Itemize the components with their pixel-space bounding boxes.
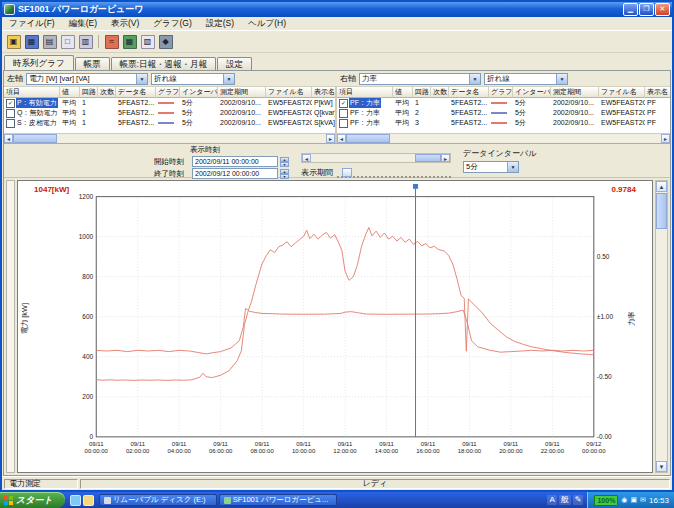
row-checkbox[interactable] xyxy=(6,119,15,128)
ime-language-bar[interactable]: A 般 ✎ xyxy=(543,495,587,505)
menu-graph[interactable]: グラフ(G) xyxy=(146,17,198,30)
dropdown-arrow-icon[interactable]: ▼ xyxy=(136,74,147,84)
row-checkbox[interactable] xyxy=(339,109,348,118)
scrollbar-track[interactable] xyxy=(57,134,326,143)
minimize-button[interactable]: ▁ xyxy=(623,3,638,16)
tab-daily-weekly-monthly[interactable]: 帳票:日報・週報・月報 xyxy=(111,57,216,70)
scroll-left-icon[interactable]: ◄ xyxy=(302,154,311,162)
scroll-left-icon[interactable]: ◄ xyxy=(337,134,346,143)
col-graph[interactable]: グラフ xyxy=(489,87,513,98)
taskbar-task-sf1001[interactable]: SF1001 パワーロガービュ... xyxy=(219,494,337,506)
col-value[interactable]: 値 xyxy=(60,87,80,98)
quick-launch-folder-icon[interactable] xyxy=(83,495,94,506)
slider-thumb[interactable] xyxy=(415,154,441,162)
save-file-button[interactable]: ▦ xyxy=(23,33,40,50)
col-display-name[interactable]: 表示名 xyxy=(645,87,670,98)
slider-thumb[interactable] xyxy=(342,168,352,177)
left-axis-select[interactable]: 電力 [W] [var] [VA] ▼ xyxy=(26,73,148,85)
col-order[interactable]: 次数 xyxy=(431,87,449,98)
right-table-hscrollbar[interactable]: ◄ ► xyxy=(337,133,670,143)
graph-settings-button[interactable]: ◆ xyxy=(157,33,174,50)
scroll-right-icon[interactable]: ► xyxy=(326,134,335,143)
open-file-button[interactable]: ▣ xyxy=(5,33,22,50)
col-data-name[interactable]: データ名 xyxy=(116,87,156,98)
col-item[interactable]: 項目 xyxy=(4,87,60,98)
col-period[interactable]: 測定期間 xyxy=(551,87,599,98)
table-row[interactable]: Q：無効電力平均15FEAST2...5分2002/09/10...EW5FEA… xyxy=(4,108,335,118)
scrollbar-track[interactable] xyxy=(390,134,661,143)
chart-vscrollbar[interactable]: ▲ ▼ xyxy=(655,180,668,473)
copy-button[interactable]: ▥ xyxy=(77,33,94,50)
scrollbar-track[interactable] xyxy=(656,230,667,461)
row-checkbox[interactable]: ✓ xyxy=(339,99,348,108)
tray-message-icon[interactable]: ✉ xyxy=(640,496,646,504)
left-table-hscrollbar[interactable]: ◄ ► xyxy=(4,133,335,143)
quick-launch-browser-icon[interactable] xyxy=(70,495,81,506)
start-button[interactable]: スタート xyxy=(0,492,65,508)
start-time-input[interactable]: 2002/09/11 00:00:00 xyxy=(192,156,278,167)
col-graph[interactable]: グラフ xyxy=(156,87,180,98)
menu-edit[interactable]: 編集(E) xyxy=(62,17,104,30)
dropdown-arrow-icon[interactable]: ▼ xyxy=(469,74,480,84)
scrollbar-thumb[interactable] xyxy=(346,134,390,143)
col-circuit[interactable]: 回路 xyxy=(413,87,431,98)
report-table-button[interactable]: ▦ xyxy=(121,33,138,50)
col-period[interactable]: 測定期間 xyxy=(218,87,266,98)
ime-input-mode[interactable]: A xyxy=(547,495,556,505)
row-checkbox[interactable] xyxy=(339,119,348,128)
col-interval[interactable]: インターバル xyxy=(513,87,551,98)
data-interval-select[interactable]: 5分 ▼ xyxy=(463,161,519,173)
start-time-spinner[interactable]: ▲ ▼ xyxy=(280,157,289,167)
taskbar-task-removable-disk[interactable]: リムーバブル ディスク (E:) xyxy=(99,494,217,506)
table-row[interactable]: PF：力率平均25FEAST2...5分2002/09/10...EW5FEAS… xyxy=(337,108,670,118)
scroll-up-icon[interactable]: ▲ xyxy=(656,181,667,192)
scroll-left-icon[interactable]: ◄ xyxy=(4,134,13,143)
dropdown-arrow-icon[interactable]: ▼ xyxy=(223,74,234,84)
tray-volume-icon[interactable]: ◉ xyxy=(621,496,627,504)
display-period-slider[interactable] xyxy=(337,168,451,178)
tab-settings[interactable]: 設定 xyxy=(217,57,252,70)
table-row[interactable]: PF：力率平均35FEAST2...5分2002/09/10...EW5FEAS… xyxy=(337,118,670,128)
col-file-name[interactable]: ファイル名 xyxy=(266,87,312,98)
dropdown-arrow-icon[interactable]: ▼ xyxy=(556,74,567,84)
col-circuit[interactable]: 回路 xyxy=(80,87,98,98)
dropdown-arrow-icon[interactable]: ▼ xyxy=(507,162,518,172)
tab-report[interactable]: 帳票 xyxy=(75,57,110,70)
slider-track[interactable] xyxy=(311,154,415,162)
col-value[interactable]: 値 xyxy=(393,87,413,98)
table-row[interactable]: ✓P：有効電力平均15FEAST2...5分2002/09/10...EW5FE… xyxy=(4,98,335,108)
close-button[interactable]: ✕ xyxy=(655,3,670,16)
tab-timeseries-graph[interactable]: 時系列グラフ xyxy=(4,55,74,70)
col-interval[interactable]: インターバル xyxy=(180,87,218,98)
print-preview-button[interactable]: □ xyxy=(59,33,76,50)
table-row[interactable]: S：皮相電力平均15FEAST2...5分2002/09/10...EW5FEA… xyxy=(4,118,335,128)
menu-settings[interactable]: 設定(S) xyxy=(199,17,241,30)
time-scroll-slider[interactable]: ◄ ► xyxy=(301,153,451,163)
row-checkbox[interactable] xyxy=(6,109,15,118)
timeseries-chart[interactable]: 020040060080010001200-0.00-0.50±1.000.50… xyxy=(18,181,652,472)
spin-down-icon[interactable]: ▼ xyxy=(280,162,289,167)
col-file-name[interactable]: ファイル名 xyxy=(599,87,645,98)
col-data-name[interactable]: データ名 xyxy=(449,87,489,98)
scroll-right-icon[interactable]: ► xyxy=(661,134,670,143)
scrollbar-thumb[interactable] xyxy=(13,134,57,143)
col-item[interactable]: 項目 xyxy=(337,87,393,98)
menu-file[interactable]: ファイル(F) xyxy=(2,17,62,30)
scroll-down-icon[interactable]: ▼ xyxy=(656,461,667,472)
titlebar[interactable]: SF1001 パワーロガービューワ ▁ ❒ ✕ xyxy=(2,2,672,17)
tray-network-icon[interactable]: ▣ xyxy=(630,496,637,504)
menu-view[interactable]: 表示(V) xyxy=(104,17,146,30)
table-row[interactable]: ✓PF：力率平均15FEAST2...5分2002/09/10...EW5FEA… xyxy=(337,98,670,108)
scroll-right-icon[interactable]: ► xyxy=(441,154,450,162)
right-axis-style-select[interactable]: 折れ線 ▼ xyxy=(484,73,568,85)
scrollbar-thumb[interactable] xyxy=(656,193,667,229)
row-checkbox[interactable]: ✓ xyxy=(6,99,15,108)
timeseries-graph-button[interactable]: ≈ xyxy=(103,33,120,50)
daily-report-button[interactable]: ▧ xyxy=(139,33,156,50)
menu-help[interactable]: ヘルプ(H) xyxy=(241,17,293,30)
col-display-name[interactable]: 表示名 xyxy=(312,87,337,98)
maximize-button[interactable]: ❒ xyxy=(639,3,654,16)
print-button[interactable]: ▤ xyxy=(41,33,58,50)
left-axis-style-select[interactable]: 折れ線 ▼ xyxy=(151,73,235,85)
end-time-spinner[interactable]: ▲ ▼ xyxy=(280,169,289,179)
